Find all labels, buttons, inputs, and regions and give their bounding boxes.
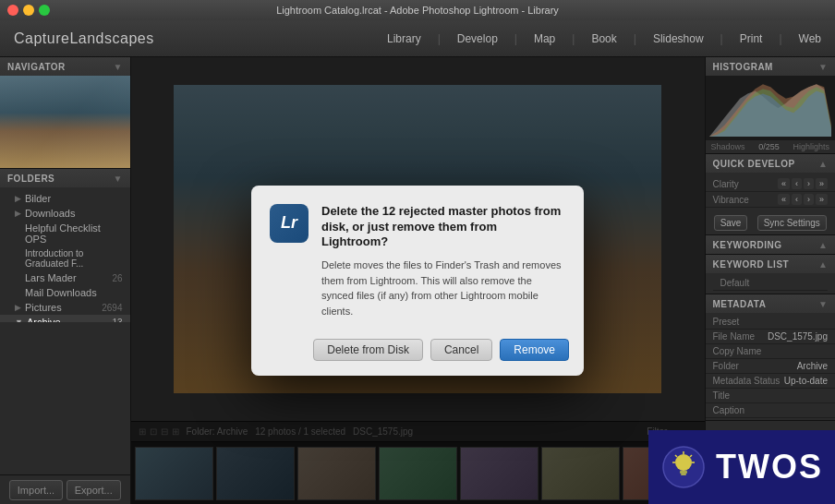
folder-field-label: Folder <box>713 361 739 371</box>
app-logo: CaptureLandscapes <box>14 30 154 47</box>
nav-develop[interactable]: Develop <box>457 32 498 45</box>
traffic-lights <box>7 5 50 16</box>
twos-logo-icon <box>660 444 707 490</box>
histogram-header: Histogram ▼ <box>706 57 836 76</box>
filename-label: File Name <box>713 331 756 342</box>
list-item[interactable]: ▶Introduction to Graduated F... <box>0 246 130 270</box>
save-button[interactable]: Save <box>714 215 748 231</box>
nav-menu: Library | Develop | Map | Book | Slidesh… <box>387 32 821 45</box>
keyword-default-row: Default <box>706 273 836 294</box>
folders-title: Folders <box>7 174 54 184</box>
nav-book[interactable]: Book <box>591 32 616 45</box>
histogram-chart <box>709 79 832 137</box>
list-item[interactable]: ▶Pictures2694 <box>0 300 130 315</box>
list-item[interactable]: ▶Lars Mader26 <box>0 270 130 285</box>
window-title: Lightroom Catalog.lrcat - Adobe Photosho… <box>276 5 559 16</box>
nav-map[interactable]: Map <box>534 32 555 45</box>
clarity-inc-big[interactable]: » <box>816 178 828 189</box>
folder-value: Archive <box>797 361 828 371</box>
close-button[interactable] <box>7 5 18 16</box>
dialog-title: Delete the 12 rejected master photos fro… <box>321 204 565 251</box>
delete-dialog: Lr Delete the 12 rejected master photos … <box>251 186 584 377</box>
clarity-label: Clarity <box>713 179 739 189</box>
keyword-list-toggle[interactable]: ▲ <box>818 259 828 270</box>
navigator-thumbnail <box>0 76 130 168</box>
remove-button[interactable]: Remove <box>500 339 569 361</box>
clarity-dec[interactable]: ‹ <box>792 178 802 189</box>
vibrance-controls: « ‹ › » <box>778 194 828 205</box>
quick-develop-panel: Quick Develop ▲ Clarity « ‹ › » V <box>706 154 836 235</box>
list-item[interactable]: ▶Downloads <box>0 206 130 221</box>
navigator-header: Navigator ▼ <box>0 57 130 76</box>
metadata-status-value: Up-to-date <box>784 376 828 386</box>
title-field-label: Title <box>713 390 731 401</box>
histogram-highlights: Highlights <box>793 142 829 151</box>
metadata-toggle[interactable]: ▼ <box>818 299 828 309</box>
keyword-list-panel: Keyword List ▲ Default <box>706 255 836 294</box>
nav-slideshow[interactable]: Slideshow <box>653 32 704 45</box>
clarity-dec-big[interactable]: « <box>778 178 790 189</box>
qd-toggle[interactable]: ▲ <box>818 159 828 169</box>
navigator-toggle[interactable]: ▼ <box>114 62 123 72</box>
nav-print[interactable]: Print <box>740 32 763 45</box>
svg-point-1 <box>675 454 692 471</box>
keyword-list-header: Keyword List ▲ <box>706 255 836 273</box>
preset-label: Preset <box>713 317 740 327</box>
vibrance-inc-big[interactable]: » <box>816 194 828 205</box>
nav-web[interactable]: Web <box>799 32 821 45</box>
metadata-panel: Metadata ▼ Preset File Name DSC_1575.jpg… <box>706 294 836 421</box>
list-item[interactable]: ▶Helpful Checklist OPS <box>0 221 130 246</box>
histogram-shadows: Shadows <box>711 142 745 151</box>
clarity-inc[interactable]: › <box>804 178 814 189</box>
caption-row: Caption <box>706 403 836 418</box>
twos-watermark: TWOS <box>648 430 835 504</box>
vibrance-dec-big[interactable]: « <box>778 194 790 205</box>
list-item[interactable]: ▶Bilder <box>0 191 130 206</box>
clarity-controls: « ‹ › » <box>778 178 828 189</box>
minimize-button[interactable] <box>23 5 34 16</box>
dialog-buttons: Delete from Disk Cancel Remove <box>251 330 584 376</box>
metadata-title: Metadata <box>713 299 767 309</box>
nav-library[interactable]: Library <box>387 32 421 45</box>
delete-from-disk-button[interactable]: Delete from Disk <box>313 339 423 361</box>
bottom-buttons: Import... Export... <box>0 474 130 504</box>
dialog-header: Lr Delete the 12 rejected master photos … <box>251 186 584 330</box>
metadata-header: Metadata ▼ <box>706 294 836 313</box>
preset-value[interactable] <box>754 321 828 323</box>
metadata-fields: Preset File Name DSC_1575.jpg Copy Name … <box>706 313 836 420</box>
list-item-active[interactable]: ▼Archive13 <box>0 315 130 322</box>
vibrance-dec[interactable]: ‹ <box>792 194 802 205</box>
navigator-title: Navigator <box>7 62 66 72</box>
clarity-row: Clarity « ‹ › » <box>706 176 836 192</box>
folder-row: Folder Archive <box>706 359 836 374</box>
center-area: ⊞ ⊡ ⊟ ⊞ Folder: Archive 12 photos / 1 se… <box>131 57 705 504</box>
list-item[interactable]: ▶Mail Downloads <box>0 285 130 300</box>
folders-toggle[interactable]: ▼ <box>114 174 123 184</box>
cancel-button[interactable]: Cancel <box>430 339 492 361</box>
left-sidebar: Navigator ▼ Folders ▼ ▶Bilder <box>0 57 131 504</box>
folders-header: Folders ▼ <box>0 169 130 187</box>
svg-rect-3 <box>681 474 686 475</box>
histogram-toggle[interactable]: ▼ <box>818 62 828 72</box>
folders-panel: Folders ▼ ▶Bilder ▶Downloads ▶Helpful Ch… <box>0 169 130 322</box>
default-row: Default <box>713 276 829 291</box>
lightroom-icon: Lr <box>270 204 309 243</box>
default-label: Default <box>720 278 750 288</box>
maximize-button[interactable] <box>39 5 50 16</box>
title-row: Title <box>706 389 836 403</box>
keyword-list-title: Keyword List <box>713 259 790 270</box>
export-button[interactable]: Export... <box>67 480 121 500</box>
keywording-title: Keywording <box>713 240 782 250</box>
copyname-row: Copy Name <box>706 344 836 359</box>
navigator-panel: Navigator ▼ <box>0 57 130 169</box>
import-button[interactable]: Import... <box>9 480 63 500</box>
sync-settings-button[interactable]: Sync Settings <box>757 215 827 231</box>
metadata-status-row: Metadata Status Up-to-date <box>706 374 836 389</box>
preset-row: Preset <box>706 315 836 330</box>
histogram-panel: Histogram ▼ <box>706 57 836 154</box>
vibrance-label: Vibrance <box>713 195 749 205</box>
vibrance-inc[interactable]: › <box>804 194 814 205</box>
keywording-toggle[interactable]: ▲ <box>818 240 828 250</box>
metadata-status-label: Metadata Status <box>713 376 781 386</box>
dialog-overlay: Lr Delete the 12 rejected master photos … <box>131 57 705 504</box>
